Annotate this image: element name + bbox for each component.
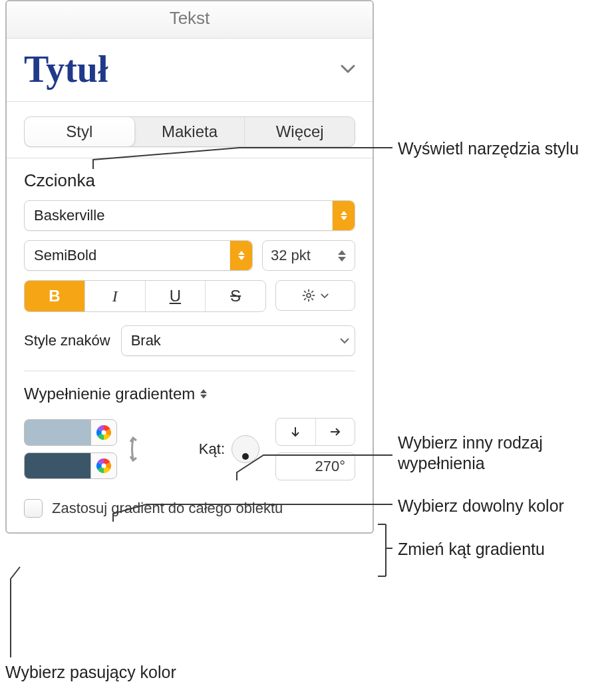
leader-lines xyxy=(0,0,616,694)
